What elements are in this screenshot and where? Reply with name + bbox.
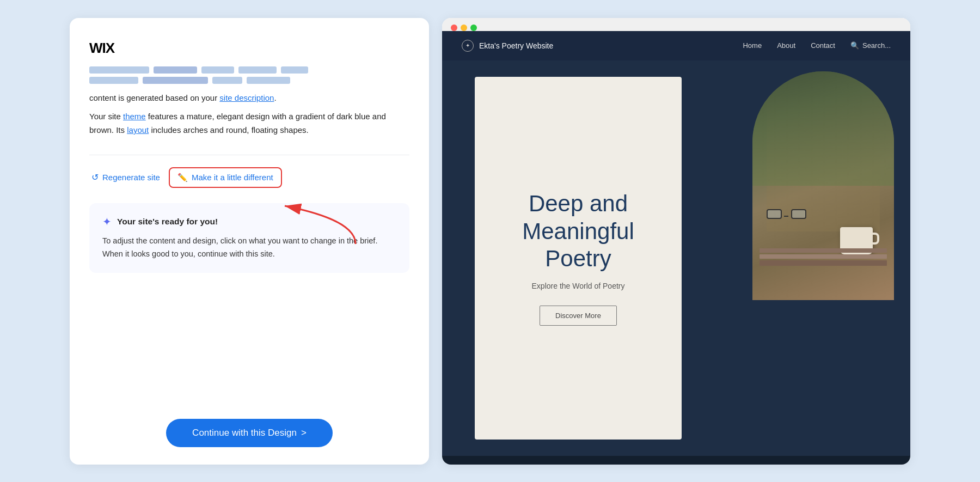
site-footer-bar (442, 456, 910, 465)
blurred-word (143, 77, 208, 84)
hero-arch-image (752, 71, 894, 300)
blurred-header (89, 66, 409, 84)
blurred-word (238, 66, 277, 74)
pencil-icon: ✏️ (177, 173, 188, 182)
site-nav: ✦ Ekta's Poetry Website Home About Conta… (442, 31, 910, 60)
divider (89, 155, 409, 155)
hero-card: Deep and Meaningful Poetry Explore the W… (475, 77, 682, 440)
blurred-word (154, 66, 197, 74)
glasses-decoration (767, 209, 810, 220)
blurred-word (89, 66, 149, 74)
content-theme: Your site theme features a mature, elega… (89, 110, 409, 137)
ready-title: Your site's ready for you! (117, 217, 218, 227)
nav-home[interactable]: Home (743, 41, 762, 50)
continue-icon: > (301, 428, 307, 438)
regenerate-button[interactable]: ↺ Regenerate site (89, 168, 162, 187)
ready-description: To adjust the content and design, click … (102, 235, 396, 261)
layout-link[interactable]: layout (127, 125, 149, 135)
blurred-word (201, 66, 234, 74)
site-brand-name: Ekta's Poetry Website (479, 41, 553, 50)
make-different-button[interactable]: ✏️ Make it a little different (169, 167, 282, 188)
blurred-word (281, 66, 308, 74)
browser-minimize-dot[interactable] (461, 25, 467, 31)
site-description-link[interactable]: site description (219, 93, 274, 102)
blurred-word (89, 77, 138, 84)
continue-btn-wrapper: Continue with this Design > (89, 401, 409, 447)
brand-icon: ✦ (462, 40, 474, 52)
hero-title: Deep and Meaningful Poetry (491, 190, 665, 272)
content-description: content is generated based on your site … (89, 91, 409, 105)
browser-maximize-dot[interactable] (470, 25, 477, 31)
browser-close-dot[interactable] (451, 25, 457, 31)
blurred-word (212, 77, 242, 84)
theme-link[interactable]: theme (123, 112, 146, 121)
wix-logo: WIX (89, 40, 409, 57)
right-panel: ✦ Ekta's Poetry Website Home About Conta… (442, 18, 910, 465)
continue-button[interactable]: Continue with this Design > (166, 419, 333, 447)
browser-dots (451, 25, 902, 31)
nav-search[interactable]: 🔍 Search... (850, 41, 891, 50)
blurred-word (247, 77, 290, 84)
ready-header: ✦ Your site's ready for you! (102, 215, 396, 228)
discover-more-button[interactable]: Discover More (540, 306, 617, 326)
hero-subtitle: Explore the World of Poetry (532, 282, 625, 290)
left-panel: WIX content is generated based on your s… (70, 18, 429, 465)
sparkle-icon: ✦ (102, 215, 112, 228)
regenerate-icon: ↺ (91, 172, 99, 182)
browser-content: ✦ Ekta's Poetry Website Home About Conta… (442, 31, 910, 465)
nav-contact[interactable]: Contact (811, 41, 835, 50)
site-brand: ✦ Ekta's Poetry Website (462, 40, 553, 52)
action-buttons: ↺ Regenerate site ✏️ Make it a little di… (89, 167, 409, 188)
site-nav-links: Home About Contact 🔍 Search... (743, 41, 891, 50)
site-hero: Deep and Meaningful Poetry Explore the W… (442, 60, 910, 456)
book-stack (759, 220, 887, 266)
arch-photo-texture (752, 71, 894, 300)
browser-chrome (442, 18, 910, 31)
nav-about[interactable]: About (777, 41, 795, 50)
ready-card: ✦ Your site's ready for you! To adjust t… (89, 203, 409, 273)
search-icon: 🔍 (850, 41, 859, 50)
